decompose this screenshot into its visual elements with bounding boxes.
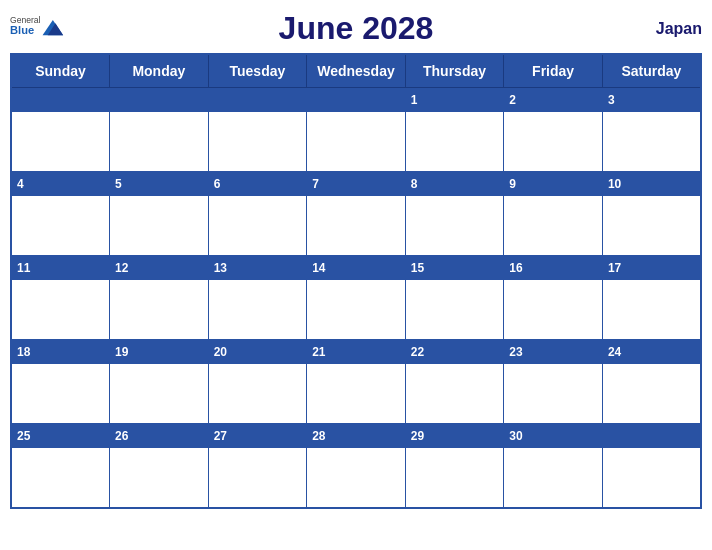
week-2-day-6-header: 9 bbox=[504, 172, 603, 196]
day-number-6: 6 bbox=[214, 177, 221, 191]
generalblue-logo: General Blue bbox=[10, 11, 70, 46]
week-5-day-5-header: 29 bbox=[405, 424, 504, 448]
week-4-date-row: 18192021222324 bbox=[11, 340, 701, 364]
day-number-28: 28 bbox=[312, 429, 325, 443]
day-number-24: 24 bbox=[608, 345, 621, 359]
day-number-5: 5 bbox=[115, 177, 122, 191]
day-number-8: 8 bbox=[411, 177, 418, 191]
weekday-header-row: Sunday Monday Tuesday Wednesday Thursday… bbox=[11, 54, 701, 88]
week-5-day-6-header: 30 bbox=[504, 424, 603, 448]
day-number-29: 29 bbox=[411, 429, 424, 443]
day-number-4: 4 bbox=[17, 177, 24, 191]
week-5-day-2-content bbox=[110, 448, 209, 508]
day-number-15: 15 bbox=[411, 261, 424, 275]
week-4-day-5-header: 22 bbox=[405, 340, 504, 364]
week-5-day-4-content bbox=[307, 448, 406, 508]
week-4-day-2-content bbox=[110, 364, 209, 424]
week-5-day-3-header: 27 bbox=[208, 424, 307, 448]
week-5-day-7-content bbox=[602, 448, 701, 508]
day-number-9: 9 bbox=[509, 177, 516, 191]
week-1-day-2-header bbox=[110, 88, 209, 112]
week-1-day-4-content bbox=[307, 112, 406, 172]
week-2-day-1-content bbox=[11, 196, 110, 256]
header-thursday: Thursday bbox=[405, 54, 504, 88]
week-3-day-1-content bbox=[11, 280, 110, 340]
day-number-3: 3 bbox=[608, 93, 615, 107]
week-5-day-6-content bbox=[504, 448, 603, 508]
week-1-day-5-header: 1 bbox=[405, 88, 504, 112]
day-number-1: 1 bbox=[411, 93, 418, 107]
header-saturday: Saturday bbox=[602, 54, 701, 88]
page-header: General Blue June 2028 Japan bbox=[10, 10, 702, 47]
week-2-date-row: 45678910 bbox=[11, 172, 701, 196]
day-number-13: 13 bbox=[214, 261, 227, 275]
day-number-11: 11 bbox=[17, 261, 30, 275]
header-monday: Monday bbox=[110, 54, 209, 88]
week-3-day-7-content bbox=[602, 280, 701, 340]
day-number-30: 30 bbox=[509, 429, 522, 443]
week-4-day-4-header: 21 bbox=[307, 340, 406, 364]
week-1-day-5-content bbox=[405, 112, 504, 172]
week-1-day-7-content bbox=[602, 112, 701, 172]
week-3-day-4-header: 14 bbox=[307, 256, 406, 280]
day-number-23: 23 bbox=[509, 345, 522, 359]
day-number-2: 2 bbox=[509, 93, 516, 107]
week-1-day-4-header bbox=[307, 88, 406, 112]
country-label: Japan bbox=[656, 20, 702, 38]
week-4-day-5-content bbox=[405, 364, 504, 424]
week-1-date-row: 123 bbox=[11, 88, 701, 112]
week-2-day-1-header: 4 bbox=[11, 172, 110, 196]
week-5-day-1-header: 25 bbox=[11, 424, 110, 448]
week-1-day-6-header: 2 bbox=[504, 88, 603, 112]
week-4-day-6-header: 23 bbox=[504, 340, 603, 364]
week-5-day-4-header: 28 bbox=[307, 424, 406, 448]
week-3-day-6-header: 16 bbox=[504, 256, 603, 280]
week-4-day-3-header: 20 bbox=[208, 340, 307, 364]
day-number-18: 18 bbox=[17, 345, 30, 359]
day-number-10: 10 bbox=[608, 177, 621, 191]
header-sunday: Sunday bbox=[11, 54, 110, 88]
week-5-date-row: 252627282930 bbox=[11, 424, 701, 448]
week-1-day-3-header bbox=[208, 88, 307, 112]
week-1-day-7-header: 3 bbox=[602, 88, 701, 112]
day-number-22: 22 bbox=[411, 345, 424, 359]
week-2-day-7-content bbox=[602, 196, 701, 256]
week-5-day-2-header: 26 bbox=[110, 424, 209, 448]
day-number-27: 27 bbox=[214, 429, 227, 443]
week-3-day-3-header: 13 bbox=[208, 256, 307, 280]
week-3-date-row: 11121314151617 bbox=[11, 256, 701, 280]
day-number-26: 26 bbox=[115, 429, 128, 443]
week-5-day-7-header bbox=[602, 424, 701, 448]
week-5-day-3-content bbox=[208, 448, 307, 508]
week-2-day-6-content bbox=[504, 196, 603, 256]
week-1-day-3-content bbox=[208, 112, 307, 172]
week-3-day-1-header: 11 bbox=[11, 256, 110, 280]
day-number-16: 16 bbox=[509, 261, 522, 275]
week-2-day-3-content bbox=[208, 196, 307, 256]
week-3-day-5-content bbox=[405, 280, 504, 340]
week-3-day-3-content bbox=[208, 280, 307, 340]
week-2-day-5-content bbox=[405, 196, 504, 256]
week-2-day-5-header: 8 bbox=[405, 172, 504, 196]
week-4-content-row bbox=[11, 364, 701, 424]
week-3-day-7-header: 17 bbox=[602, 256, 701, 280]
week-5-day-1-content bbox=[11, 448, 110, 508]
week-2-day-3-header: 6 bbox=[208, 172, 307, 196]
week-3-day-2-content bbox=[110, 280, 209, 340]
week-4-day-1-header: 18 bbox=[11, 340, 110, 364]
calendar-table: Sunday Monday Tuesday Wednesday Thursday… bbox=[10, 53, 702, 509]
day-number-14: 14 bbox=[312, 261, 325, 275]
week-4-day-7-header: 24 bbox=[602, 340, 701, 364]
day-number-17: 17 bbox=[608, 261, 621, 275]
day-number-7: 7 bbox=[312, 177, 319, 191]
week-2-content-row bbox=[11, 196, 701, 256]
week-3-day-5-header: 15 bbox=[405, 256, 504, 280]
week-2-day-4-header: 7 bbox=[307, 172, 406, 196]
header-tuesday: Tuesday bbox=[208, 54, 307, 88]
day-number-25: 25 bbox=[17, 429, 30, 443]
header-friday: Friday bbox=[504, 54, 603, 88]
week-1-day-1-header bbox=[11, 88, 110, 112]
week-2-day-2-content bbox=[110, 196, 209, 256]
week-4-day-2-header: 19 bbox=[110, 340, 209, 364]
logo: General Blue bbox=[10, 11, 70, 46]
